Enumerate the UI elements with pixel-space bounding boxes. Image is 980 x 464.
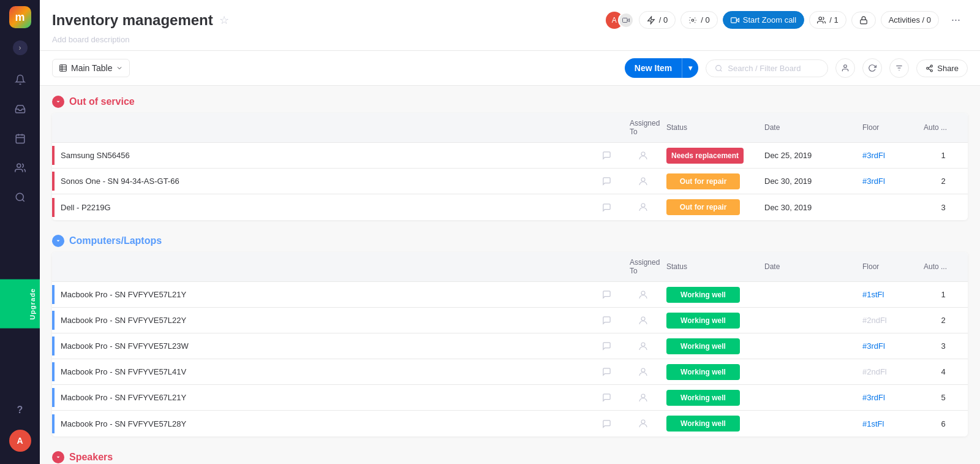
assigned-cell[interactable]: [625, 338, 662, 354]
table-row: Macbook Pro - SN FVFYVE57L21Y Working we…: [52, 282, 968, 308]
assigned-cell[interactable]: [625, 313, 662, 329]
item-name: Macbook Pro - SN FVFYVE67L21Y: [55, 388, 588, 407]
chat-icon-cell[interactable]: [588, 417, 625, 431]
status-cell[interactable]: Working well: [662, 284, 760, 305]
invite-avatar[interactable]: [618, 12, 634, 28]
item-name-cell: Macbook Pro - SN FVFYVE57L21Y: [52, 285, 588, 304]
status-cell[interactable]: Working well: [662, 310, 760, 331]
svg-line-27: [929, 66, 931, 67]
status-cell[interactable]: Working well: [662, 413, 760, 434]
svg-point-11: [819, 17, 822, 20]
zoom-call-button[interactable]: Start Zoom call: [723, 11, 804, 29]
status-cell[interactable]: Working well: [662, 336, 760, 357]
automations-button[interactable]: / 0: [639, 11, 676, 29]
board-description[interactable]: Add board description: [52, 35, 968, 44]
status-badge: Working well: [666, 313, 740, 329]
header-top: Inventory management ☆ A / 0 / 0: [52, 10, 968, 30]
svg-rect-0: [16, 135, 24, 143]
assigned-cell[interactable]: [625, 364, 662, 380]
sidebar-item-help[interactable]: ?: [8, 398, 32, 422]
members-button[interactable]: / 1: [809, 11, 846, 29]
sidebar-item-calendar[interactable]: [8, 126, 32, 151]
assigned-cell[interactable]: [625, 148, 662, 164]
new-item-dropdown-icon[interactable]: ▾: [682, 59, 698, 77]
favorite-icon[interactable]: ☆: [219, 13, 229, 27]
floor-cell: #2ndFl: [858, 365, 919, 379]
group-table-computers: Assigned To Status Date Floor Auto ... M…: [52, 252, 968, 436]
person-filter-button[interactable]: [835, 58, 855, 78]
item-name: Macbook Pro - SN FVFYVE57L41V: [55, 362, 588, 381]
chat-icon-cell[interactable]: [588, 365, 625, 379]
assigned-cell[interactable]: [625, 199, 662, 215]
new-item-button[interactable]: New Item ▾: [625, 58, 698, 78]
svg-line-6: [22, 199, 24, 201]
col-assigned-c: Assigned To: [625, 256, 662, 278]
item-name-cell: Macbook Pro - SN FVFYVE57L22Y: [52, 311, 588, 330]
avatar[interactable]: A: [9, 430, 31, 452]
col-auto: Auto ...: [919, 116, 968, 139]
upgrade-button[interactable]: Upgrade: [0, 280, 40, 329]
item-name: Macbook Pro - SN FVFYVE57L28Y: [55, 414, 588, 433]
chat-icon-cell[interactable]: [588, 390, 625, 405]
share-button[interactable]: Share: [916, 59, 968, 77]
status-badge: Working well: [666, 287, 740, 303]
status-cell[interactable]: Needs replacement: [662, 145, 760, 166]
more-options-button[interactable]: ···: [944, 10, 968, 30]
col-date: Date: [760, 116, 858, 139]
col-floor-c: Floor: [858, 256, 919, 278]
assigned-cell[interactable]: [625, 390, 662, 406]
date-cell: [760, 344, 858, 349]
status-badge: Out for repair: [666, 199, 740, 215]
col-date-c: Date: [760, 256, 858, 278]
sidebar-item-search[interactable]: [8, 185, 32, 210]
status-cell[interactable]: Working well: [662, 362, 760, 382]
group-collapse-icon[interactable]: [52, 96, 64, 108]
group-collapse-icon-speakers[interactable]: [52, 451, 64, 463]
item-name-cell: Macbook Pro - SN FVFYVE57L41V: [52, 362, 588, 381]
assigned-cell[interactable]: [625, 416, 662, 432]
integrations-button[interactable]: / 0: [680, 11, 717, 29]
svg-point-35: [641, 394, 645, 398]
chat-icon-cell[interactable]: [588, 313, 625, 327]
group-title-out-of-service: Out of service: [69, 96, 135, 107]
members-avatars[interactable]: A: [606, 12, 634, 29]
table-selector[interactable]: Main Table: [52, 59, 130, 77]
auto-num-cell: 4: [919, 365, 968, 379]
assigned-cell[interactable]: [625, 173, 662, 189]
sidebar-item-people[interactable]: [8, 156, 32, 180]
chat-icon-cell[interactable]: [588, 339, 625, 353]
chat-icon-cell[interactable]: [588, 174, 625, 188]
svg-rect-12: [860, 20, 867, 23]
col-chat: [588, 116, 625, 139]
status-badge: Working well: [666, 364, 740, 380]
assigned-cell[interactable]: [625, 287, 662, 303]
svg-point-19: [844, 65, 847, 68]
item-name: Sonos One - SN 94-34-AS-GT-66: [55, 172, 588, 191]
sidebar-collapse-button[interactable]: ›: [13, 40, 28, 55]
item-name-cell: Samsung SN56456: [52, 146, 588, 165]
auto-num-cell: 3: [919, 200, 968, 215]
auto-num-cell: 5: [919, 390, 968, 405]
filter-button[interactable]: [889, 58, 909, 78]
header-actions: A / 0 / 0 Start Zoom call: [606, 10, 968, 30]
svg-point-25: [930, 69, 932, 71]
col-assigned: Assigned To: [625, 116, 662, 139]
col-status-c: Status: [662, 256, 760, 278]
sidebar-item-inbox[interactable]: [8, 97, 32, 121]
search-filter-input[interactable]: Search / Filter Board: [706, 59, 828, 77]
floor-cell: #3rdFl: [858, 390, 919, 405]
chat-icon-cell[interactable]: [588, 287, 625, 302]
group-collapse-icon-computers[interactable]: [52, 235, 64, 247]
guest-icon-button[interactable]: [851, 12, 876, 29]
app-logo[interactable]: m: [9, 6, 31, 28]
chat-icon-cell[interactable]: [588, 148, 625, 162]
refresh-button[interactable]: [862, 58, 882, 78]
sidebar-item-notifications[interactable]: [8, 67, 32, 92]
svg-rect-10: [731, 17, 736, 22]
status-cell[interactable]: Working well: [662, 387, 760, 408]
activities-button[interactable]: Activities / 0: [881, 11, 939, 29]
chat-icon-cell[interactable]: [588, 200, 625, 215]
status-cell[interactable]: Out for repair: [662, 197, 760, 218]
group-speakers: Speakers Assigned To Status Date Floor A…: [52, 451, 968, 464]
status-cell[interactable]: Out for repair: [662, 171, 760, 192]
